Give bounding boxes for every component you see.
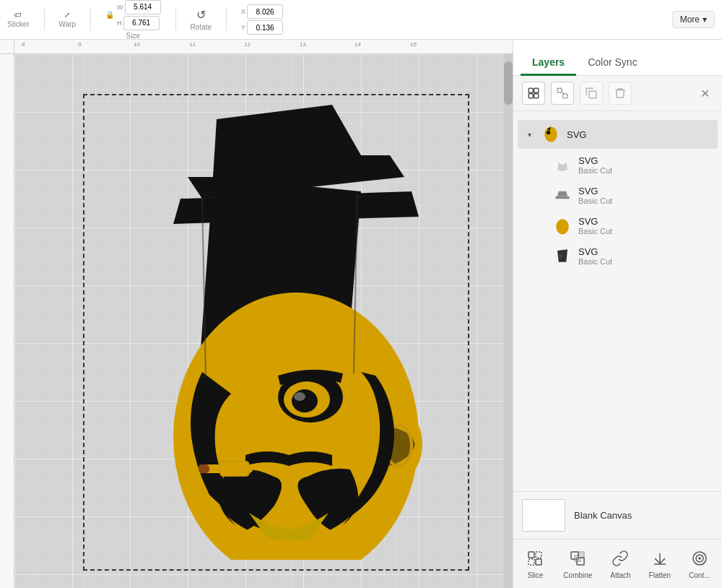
combine-label: Combine: [563, 571, 592, 579]
child-3-icon: [552, 215, 573, 235]
tab-color-sync[interactable]: Color Sync: [576, 51, 648, 76]
contour-icon: [690, 548, 710, 568]
warp-label: Warp: [59, 20, 77, 28]
svg-point-4: [294, 392, 305, 401]
layer-item-child-1[interactable]: SVG Basic Cut: [518, 150, 718, 179]
height-input[interactable]: [123, 16, 160, 30]
svg-point-31: [699, 558, 700, 559]
size-tool: 🔒 W H Size: [105, 0, 161, 40]
sticker-icon: 🏷: [14, 11, 22, 19]
slice-action[interactable]: Slice: [519, 545, 551, 582]
svg-rect-24: [529, 552, 534, 558]
ruler-num-9: 9: [78, 41, 81, 48]
svg-point-20: [547, 131, 550, 134]
ruler-left: [0, 40, 14, 588]
ruler-num-13: 13: [300, 41, 306, 48]
svg-rect-25: [536, 559, 542, 565]
ruler-num-14: 14: [355, 41, 361, 48]
child-2-icon: [552, 185, 573, 205]
child-1-subname: Basic Cut: [578, 166, 709, 175]
canvas-area[interactable]: 8 9 10 11 12 13 14 15: [0, 40, 513, 588]
svg-rect-9: [220, 462, 249, 476]
width-input[interactable]: [125, 0, 161, 14]
flatten-action[interactable]: Flatten: [643, 545, 677, 582]
divider-3: [175, 9, 176, 30]
parent-layer-icon: [541, 124, 561, 144]
canvas-grid[interactable]: [14, 54, 513, 588]
slice-label: Slice: [528, 571, 544, 579]
sticker-label: Sticker: [7, 20, 30, 28]
panel-toolbar: ✕: [513, 76, 722, 111]
mascot-image[interactable]: [87, 98, 462, 560]
ruler-corner: [0, 40, 14, 54]
divider-4: [226, 9, 227, 30]
child-2-subname: Basic Cut: [578, 196, 709, 205]
scrollbar-thumb[interactable]: [504, 61, 513, 105]
child-4-name: SVG: [578, 246, 709, 257]
flatten-icon: [650, 548, 670, 568]
child-2-info: SVG Basic Cut: [578, 186, 709, 205]
ruler-num-10: 10: [134, 41, 140, 48]
warp-icon: ⤢: [64, 11, 70, 19]
position-tool: X Y: [241, 4, 283, 35]
ruler-num-15: 15: [410, 41, 417, 48]
expand-icon[interactable]: ▾: [523, 129, 535, 140]
contour-action[interactable]: Cont...: [683, 545, 716, 582]
child-3-info: SVG Basic Cut: [578, 216, 709, 235]
child-4-icon: [552, 246, 573, 266]
slice-icon: [525, 548, 545, 568]
child-1-icon: [552, 155, 573, 175]
rotate-tool[interactable]: ↺ Rotate: [191, 8, 212, 31]
group-button[interactable]: [522, 82, 545, 105]
contour-label: Cont...: [689, 571, 710, 579]
ruler-top: 8 9 10 11 12 13 14 15: [14, 40, 513, 54]
attach-action[interactable]: Attach: [604, 545, 636, 582]
svg-rect-8: [199, 464, 209, 473]
layers-content: ▾ SVG: [513, 111, 722, 491]
flatten-label: Flatten: [649, 571, 671, 579]
size-label: Size: [126, 32, 140, 40]
main-toolbar: 🏷 Sticker ⤢ Warp 🔒 W H Size ↺ Rotate: [0, 0, 722, 40]
layer-item-child-3[interactable]: SVG Basic Cut: [518, 211, 718, 240]
panel-bottom: Slice Combine: [513, 539, 722, 588]
layer-group-svg: ▾ SVG: [513, 120, 722, 270]
divider-2: [90, 9, 91, 30]
blank-canvas-section: Blank Canvas: [513, 491, 722, 539]
svg-rect-12: [529, 88, 533, 92]
ruler-num-12: 12: [244, 41, 251, 48]
svg-point-3: [292, 389, 318, 412]
warp-tool[interactable]: ⤢ Warp: [59, 11, 77, 28]
ruler-num-11: 11: [189, 41, 196, 48]
tab-layers[interactable]: Layers: [521, 51, 576, 76]
parent-layer-info: SVG: [567, 129, 709, 140]
child-4-subname: Basic Cut: [578, 257, 709, 266]
delete-button[interactable]: [609, 82, 632, 105]
ruler-num-8: 8: [22, 41, 25, 48]
layer-item-child-2[interactable]: SVG Basic Cut: [518, 181, 718, 209]
more-arrow-icon: ▾: [703, 14, 707, 25]
svg-rect-18: [589, 91, 596, 98]
ungroup-button[interactable]: [551, 82, 574, 105]
blank-canvas-label: Blank Canvas: [574, 510, 632, 521]
svg-point-23: [559, 254, 562, 257]
combine-action[interactable]: Combine: [557, 545, 598, 582]
svg-rect-16: [557, 88, 562, 92]
svg-rect-13: [534, 88, 539, 92]
y-input[interactable]: [247, 20, 283, 35]
more-button[interactable]: More ▾: [672, 11, 715, 28]
sticker-tool[interactable]: 🏷 Sticker: [7, 11, 30, 28]
lock-icon: 🔒: [105, 11, 114, 19]
main-area: 8 9 10 11 12 13 14 15: [0, 40, 722, 588]
duplicate-button[interactable]: [580, 82, 603, 105]
layer-item-child-4[interactable]: SVG Basic Cut: [518, 241, 718, 270]
layer-item-parent[interactable]: ▾ SVG: [518, 120, 718, 149]
x-input[interactable]: [247, 4, 283, 19]
svg-point-19: [544, 127, 557, 142]
divider-1: [44, 9, 45, 30]
parent-layer-name: SVG: [567, 129, 709, 140]
canvas-scrollbar[interactable]: [504, 54, 513, 588]
child-1-info: SVG Basic Cut: [578, 155, 709, 175]
panel-close-button[interactable]: ✕: [696, 85, 713, 102]
more-label: More: [680, 14, 700, 25]
child-3-subname: Basic Cut: [578, 227, 709, 235]
